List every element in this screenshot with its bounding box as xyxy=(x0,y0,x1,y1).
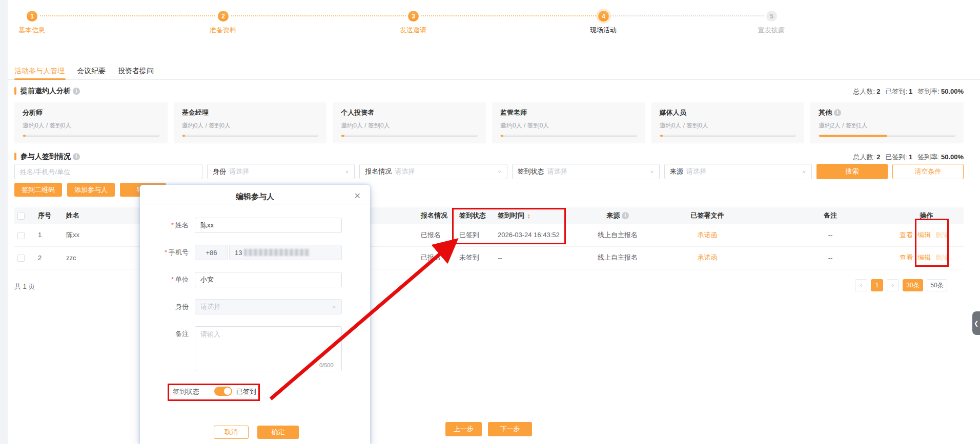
chevron-down-icon: ∨ xyxy=(650,169,654,174)
info-icon[interactable]: i xyxy=(622,212,629,219)
info-icon[interactable]: i xyxy=(73,153,80,160)
next-page-button[interactable]: › xyxy=(887,279,899,291)
invite-analysis-title-text: 提前邀约人分析 xyxy=(21,87,71,95)
select-label: 签到状态 xyxy=(518,167,544,176)
step-connector xyxy=(611,15,764,16)
next-step-button[interactable]: 下一步 xyxy=(488,422,532,436)
cell-signin-time: -- xyxy=(495,246,592,269)
cell-seq: 2 xyxy=(35,246,63,269)
select-all-checkbox[interactable] xyxy=(17,213,25,220)
card-fund-manager: 基金经理 邀约0人 / 签到0人 xyxy=(174,102,327,143)
page-1-button[interactable]: 1 xyxy=(871,279,883,291)
signed-file-link[interactable]: 承诺函 xyxy=(698,253,718,261)
phone-visible-digits: 13 xyxy=(235,249,242,257)
chevron-down-icon: ∨ xyxy=(345,169,349,174)
signin-toggle-label: 签到状态 xyxy=(173,387,199,396)
cancel-button[interactable]: 取消 xyxy=(214,426,249,439)
sort-desc-icon[interactable]: ▼ xyxy=(527,216,530,218)
step-3-circle[interactable]: 3 xyxy=(408,11,419,22)
signin-section-title: 参与人签到情况 i xyxy=(21,152,80,161)
col-source: 来源 i xyxy=(592,207,643,224)
tab-investor-questions[interactable]: 投资者提问 xyxy=(118,67,154,76)
source-select[interactable]: 来源 请选择 ∨ xyxy=(664,164,812,179)
row-checkbox[interactable] xyxy=(17,255,25,262)
card-sub: 邀约0人 / 签到0人 xyxy=(500,121,637,130)
modal-divider xyxy=(140,204,370,204)
signed-file-link[interactable]: 承诺函 xyxy=(698,231,718,239)
chevron-down-icon: ∨ xyxy=(497,169,501,174)
search-input[interactable] xyxy=(14,164,202,179)
add-participant-button[interactable]: 添加参与人 xyxy=(67,183,115,197)
select-placeholder: 请选择 xyxy=(547,167,650,176)
tab-minutes[interactable]: 会议纪要 xyxy=(77,67,106,76)
col-signup: 报名情况 xyxy=(418,207,456,224)
step-1-circle[interactable]: 1 xyxy=(27,11,37,22)
info-icon[interactable]: i xyxy=(834,109,841,116)
progress-track xyxy=(23,135,159,137)
step-3-label: 发送邀请 xyxy=(382,26,444,35)
select-placeholder: 请选择 xyxy=(200,302,332,311)
delete-link[interactable]: 删除 xyxy=(935,231,949,239)
phone-prefix: +86 xyxy=(195,245,228,260)
confirm-button[interactable]: 确定 xyxy=(257,426,299,439)
prev-step-button[interactable]: 上一步 xyxy=(445,422,482,436)
card-media: 媒体人员 邀约0人 / 签到0人 xyxy=(651,102,805,143)
card-sub: 邀约2人 / 签到1人 xyxy=(819,121,955,130)
page-size-50[interactable]: 50条 xyxy=(927,279,947,291)
card-regulator: 监管老师 邀约0人 / 签到0人 xyxy=(492,102,645,143)
signup-status-select[interactable]: 报名情况 请选择 ∨ xyxy=(359,164,507,179)
modal-title: 编辑参与人 xyxy=(140,192,370,202)
identity-label: 身份 xyxy=(140,299,189,314)
select-placeholder: 请选择 xyxy=(229,167,345,176)
identity-select[interactable]: 身份 请选择 ∨ xyxy=(207,164,355,179)
step-5-label: 宣发披露 xyxy=(741,26,802,35)
signin-toggle-state: 已签到 xyxy=(236,387,256,396)
delete-link[interactable]: 删除 xyxy=(935,253,949,261)
invite-analysis-title: 提前邀约人分析 i xyxy=(21,87,80,96)
org-field[interactable] xyxy=(195,272,342,287)
cell-signup: 已报名 xyxy=(418,246,456,269)
toggle-knob xyxy=(224,388,231,395)
step-5-circle[interactable]: 5 xyxy=(766,11,777,22)
col-signed-files: 已签署文件 xyxy=(643,207,771,224)
active-tab-underline xyxy=(14,78,66,80)
edit-link[interactable]: 编辑 xyxy=(917,231,931,239)
col-remark: 备注 xyxy=(771,207,889,224)
page-count: 共 1 页 xyxy=(14,282,35,291)
select-placeholder: 请选择 xyxy=(686,167,802,176)
progress-track xyxy=(660,135,797,137)
step-4-circle[interactable]: 4 xyxy=(598,11,609,22)
identity-select-field[interactable]: 请选择 ∨ xyxy=(195,299,342,314)
clear-filters-button[interactable]: 清空条件 xyxy=(892,164,964,179)
tab-participants[interactable]: 活动参与人管理 xyxy=(14,67,65,76)
step-2-circle[interactable]: 2 xyxy=(218,11,229,22)
side-panel-handle[interactable]: ❮ xyxy=(972,311,980,335)
signin-qrcode-button[interactable]: 签到二维码 xyxy=(14,183,62,197)
progress-fill xyxy=(819,135,887,137)
close-icon[interactable]: ✕ xyxy=(354,191,361,201)
row-checkbox[interactable] xyxy=(17,232,25,239)
col-signin-time[interactable]: 签到时间▲▼ xyxy=(495,207,592,224)
page-size-30[interactable]: 30条 xyxy=(903,279,923,291)
sort-icons[interactable]: ▲▼ xyxy=(526,214,531,219)
view-link[interactable]: 查看 xyxy=(900,253,913,261)
select-label: 报名情况 xyxy=(365,167,392,176)
chevron-down-icon: ∨ xyxy=(332,304,336,309)
progress-fill xyxy=(182,135,185,137)
prev-page-button[interactable]: ‹ xyxy=(855,279,867,291)
name-field[interactable] xyxy=(195,218,342,233)
signin-status-select[interactable]: 签到状态 请选择 ∨ xyxy=(512,164,660,179)
invite-analysis-cards: 分析师 邀约0人 / 签到0人 基金经理 邀约0人 / 签到0人 个人投资者 邀… xyxy=(14,102,964,143)
info-icon[interactable]: i xyxy=(73,88,80,95)
signin-toggle[interactable] xyxy=(214,387,232,396)
view-link[interactable]: 查看 xyxy=(900,231,913,239)
col-seq: 序号 xyxy=(35,207,63,224)
stats-top: 总人数:2已签到:1签到率:50.00% xyxy=(853,87,964,96)
org-label: *单位 xyxy=(140,272,189,287)
edit-link[interactable]: 编辑 xyxy=(917,253,931,261)
chevron-down-icon: ∨ xyxy=(802,169,806,174)
search-button[interactable]: 搜索 xyxy=(816,164,888,179)
cell-signin-status: 未签到 xyxy=(456,246,495,269)
signin-section-title-text: 参与人签到情况 xyxy=(21,152,71,160)
cell-seq: 1 xyxy=(35,224,63,246)
